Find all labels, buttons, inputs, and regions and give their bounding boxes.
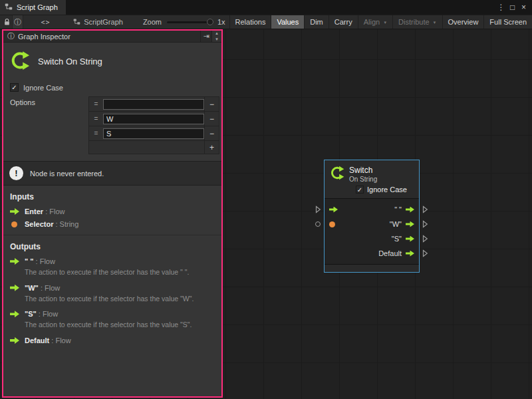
flow-port-icon <box>10 258 19 265</box>
distribute-label: Distribute <box>398 18 429 26</box>
flow-port-icon <box>10 285 19 291</box>
output-port-label: " " <box>394 205 402 213</box>
node-port-row: Default <box>325 246 419 261</box>
external-flow-port-icon[interactable] <box>422 220 428 228</box>
scroll-spinner[interactable]: ▲ ▼ <box>211 31 221 42</box>
external-flow-port-icon[interactable] <box>422 205 428 213</box>
port-name: " " <box>25 257 34 265</box>
inspector-header-controls: ⇥ ▲ ▼ <box>200 31 221 42</box>
drag-handle-icon[interactable]: = <box>89 126 103 140</box>
align-button[interactable]: Align ▼ <box>358 15 392 29</box>
remove-option-button[interactable]: − <box>204 112 219 126</box>
check-icon: ✓ <box>357 186 362 194</box>
node-footer <box>325 265 419 272</box>
node-ports: " " "W" <box>325 198 419 265</box>
external-flow-port-icon[interactable] <box>422 235 428 243</box>
node-ignore-case-row: ✓ Ignore Case <box>325 183 419 198</box>
output-port-row: "W" : Flow <box>3 281 221 294</box>
dim-button[interactable]: Dim <box>304 15 329 29</box>
option-input-0[interactable] <box>103 99 204 110</box>
graph-reference[interactable]: ScriptGraph <box>73 18 123 27</box>
outputs-section: Outputs " " : Flow The action to execute… <box>3 235 221 346</box>
relations-button[interactable]: Relations <box>229 15 271 29</box>
lock-icon[interactable] <box>1 15 12 29</box>
inspector-node-title: Switch On String <box>38 57 102 66</box>
flow-input-port-icon[interactable] <box>329 207 338 213</box>
node-port-row: "W" <box>325 217 419 231</box>
window-controls: ⋮ □ × <box>495 0 532 15</box>
node-header: Switch On String <box>325 160 419 183</box>
option-input-2[interactable] <box>103 128 204 139</box>
close-icon[interactable]: × <box>518 1 529 13</box>
scroll-down-icon[interactable]: ▼ <box>212 37 221 43</box>
add-option-button[interactable]: + <box>204 141 219 154</box>
flow-output-port-icon[interactable] <box>406 251 414 257</box>
zoom-label: Zoom <box>143 18 162 26</box>
output-port-row: " " : Flow <box>3 255 221 267</box>
warning-icon: ! <box>9 166 23 180</box>
chevron-down-icon: ▼ <box>383 21 387 25</box>
ignore-case-checkbox[interactable]: ✓ <box>10 83 19 92</box>
graph-toolbar: ⓘ <> ScriptGraph Zoom 1x Relations Value… <box>0 15 532 29</box>
inspector-header: ⓘ Graph Inspector ⇥ ▲ ▼ <box>3 31 221 43</box>
options-list: = − = − = − + <box>88 96 219 154</box>
node-subtitle: On String <box>349 176 377 183</box>
drag-handle-icon[interactable]: = <box>89 97 103 111</box>
fullscreen-button[interactable]: Full Screen <box>483 15 532 29</box>
output-port-label: Default <box>378 249 402 257</box>
dock-icon[interactable]: ⇥ <box>200 31 211 42</box>
option-row: = − <box>89 126 219 141</box>
chevron-down-icon: ▼ <box>433 21 437 25</box>
node-title: Switch <box>349 166 377 175</box>
inspector-header-title: Graph Inspector <box>18 33 70 41</box>
flow-port-icon <box>10 208 19 215</box>
inputs-header: Inputs <box>3 186 221 205</box>
warning-banner: ! Node is never entered. <box>3 161 221 186</box>
remove-option-button[interactable]: − <box>204 97 219 111</box>
info-icon: ⓘ <box>14 17 21 27</box>
exclamation-glyph: ! <box>15 168 17 178</box>
inspector-title-block: Switch On String <box>3 43 221 80</box>
maximize-icon[interactable]: □ <box>507 1 518 13</box>
node-ignore-case-checkbox[interactable]: ✓ <box>356 186 364 194</box>
flow-output-port-icon[interactable] <box>406 221 414 227</box>
port-name: "S" <box>25 310 37 318</box>
script-graph-icon <box>73 18 80 27</box>
zoom-slider[interactable] <box>167 21 212 23</box>
external-flow-port-icon[interactable] <box>315 205 321 213</box>
kebab-menu-icon[interactable]: ⋮ <box>495 1 507 13</box>
values-button[interactable]: Values <box>271 15 304 29</box>
switch-on-string-node[interactable]: Switch On String ✓ Ignore Case " " <box>324 160 420 273</box>
scroll-up-icon[interactable]: ▲ <box>212 31 221 37</box>
selector-input-port-icon[interactable] <box>329 221 335 227</box>
port-name: Default <box>25 336 49 344</box>
node-ignore-case-label: Ignore Case <box>367 186 407 194</box>
switch-icon <box>10 51 30 72</box>
align-label: Align <box>364 18 380 26</box>
flow-port-icon <box>10 311 19 317</box>
inspector-toggle-button[interactable]: ⓘ <box>12 15 23 29</box>
port-name: Selector <box>25 220 53 228</box>
external-value-port-icon[interactable] <box>315 221 321 227</box>
port-type: : Flow <box>36 257 55 265</box>
tab-script-graph[interactable]: Script Graph <box>0 0 66 15</box>
script-graph-icon <box>5 3 13 12</box>
carry-button[interactable]: Carry <box>329 15 358 29</box>
option-row: = − <box>89 112 219 126</box>
drag-handle-icon[interactable]: = <box>89 112 103 126</box>
flow-output-port-icon[interactable] <box>406 236 414 242</box>
ignore-case-row: ✓ Ignore Case <box>10 83 216 92</box>
zoom-slider-handle[interactable] <box>207 19 213 25</box>
input-port-row: Selector : String <box>3 217 221 230</box>
overview-button[interactable]: Overview <box>442 15 484 29</box>
external-flow-port-icon[interactable] <box>422 249 428 257</box>
option-input-1[interactable] <box>103 114 204 124</box>
distribute-button[interactable]: Distribute ▼ <box>392 15 442 29</box>
port-type: : Flow <box>39 310 58 318</box>
port-description: The action to execute if the selector ha… <box>3 320 221 334</box>
port-type: : Flow <box>41 284 60 292</box>
code-preview-icon[interactable]: <> <box>39 15 52 29</box>
option-row: = − <box>89 97 219 112</box>
flow-output-port-icon[interactable] <box>406 207 414 213</box>
remove-option-button[interactable]: − <box>204 126 219 140</box>
